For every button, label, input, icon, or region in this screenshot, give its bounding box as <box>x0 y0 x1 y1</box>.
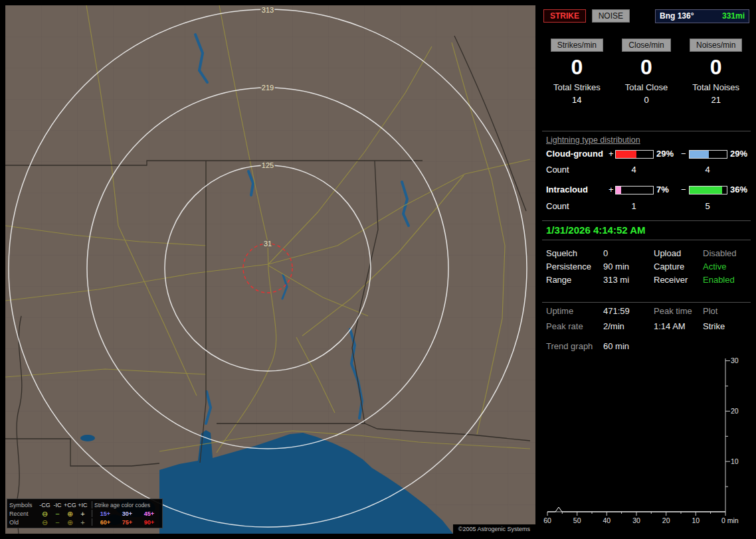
svg-text:10: 10 <box>692 516 700 524</box>
peak-rate-label: Peak rate <box>546 321 583 331</box>
total-noises-label: Total Noises <box>681 82 751 92</box>
copyright: ©2005 Astrogenic Systems <box>453 524 535 534</box>
plus-sign: + <box>609 149 614 159</box>
ic-negative-count: 5 <box>689 201 726 211</box>
cg-positive-bar <box>615 150 654 159</box>
range-value: 313 mi <box>603 275 629 285</box>
recent-pos-ic-icon: + <box>76 510 89 518</box>
recent-neg-ic-icon: − <box>51 510 64 518</box>
legend-symbols-header: Symbols <box>9 502 39 508</box>
cloud-ground-row: Cloud-ground + 29% − 29% <box>542 149 751 160</box>
close-column: Close/min 0 Total Close 0 <box>612 38 682 105</box>
age-90: 90+ <box>138 519 160 526</box>
trend-graph-label: Trend graph <box>546 341 593 351</box>
settings-row-3: Range 313 mi Receiver Enabled <box>542 275 751 286</box>
trend-graph-canvas: 30 20 10 60 50 40 30 20 10 0 min <box>542 350 751 534</box>
ic-negative-pct: 36% <box>730 185 747 194</box>
ic-count-row: Count 1 5 <box>542 201 751 212</box>
plus-sign: + <box>609 185 614 194</box>
trend-graph-value: 60 min <box>603 341 629 351</box>
cg-negative-bar <box>689 150 727 159</box>
svg-text:30: 30 <box>731 356 739 364</box>
svg-text:20: 20 <box>662 516 670 524</box>
receiver-status: Enabled <box>703 275 735 285</box>
legend-age-header: Strike age color codes <box>94 502 160 508</box>
total-close-value: 0 <box>612 95 682 105</box>
legend-col-neg-ic: -IC <box>51 502 64 508</box>
squelch-value: 0 <box>603 248 608 258</box>
divider <box>542 131 751 131</box>
strike-mode-button[interactable]: STRIKE <box>543 9 586 23</box>
settings-row-1: Squelch 0 Upload Disabled <box>542 248 751 260</box>
age-60: 60+ <box>94 519 116 526</box>
map-legend: Symbols -CG -IC +CG +IC Strike age color… <box>7 499 163 528</box>
ic-negative-bar <box>689 186 727 194</box>
strikes-column: Strikes/min 0 Total Strikes 14 <box>542 38 612 105</box>
old-neg-ic-icon: − <box>51 518 64 526</box>
intracloud-row: Intracloud + 7% − 36% <box>542 185 751 196</box>
noises-rate: 0 <box>681 56 751 78</box>
old-neg-cg-icon: ⊖ <box>39 518 51 526</box>
capture-status: Active <box>703 262 726 271</box>
status-row-2: Peak rate 2/min 1:14 AM Strike <box>542 321 751 333</box>
uptime-label: Uptime <box>546 306 573 316</box>
plot-label: Plot <box>703 306 717 316</box>
legend-divider <box>92 501 92 508</box>
trend-axes <box>547 358 730 516</box>
cloud-ground-label: Cloud-ground <box>546 149 603 159</box>
count-label: Count <box>546 165 569 175</box>
cg-positive-fill <box>616 151 636 158</box>
ic-positive-count: 1 <box>615 201 652 211</box>
cg-count-row: Count 4 4 <box>542 165 751 176</box>
datetime-display: 1/31/2026 4:14:52 AM <box>542 220 751 240</box>
legend-col-pos-ic: +IC <box>76 502 89 508</box>
svg-text:20: 20 <box>731 407 739 415</box>
old-pos-ic-icon: + <box>76 518 89 526</box>
upload-status: Disabled <box>703 248 737 258</box>
lightning-map[interactable]: 313 219 125 31 Symbols -CG -IC +CG +IC S… <box>5 5 535 534</box>
range-label: Range <box>546 275 571 285</box>
peak-rate-value: 2/min <box>603 321 624 331</box>
minus-sign: − <box>681 185 686 194</box>
svg-text:10: 10 <box>731 457 739 465</box>
close-per-min-button[interactable]: Close/min <box>622 38 670 52</box>
uptime-value: 471:59 <box>603 306 630 316</box>
capture-label: Capture <box>654 262 684 271</box>
map-canvas: 313 219 125 31 <box>5 5 535 534</box>
age-75: 75+ <box>116 519 138 526</box>
ring-label-125: 125 <box>262 161 274 169</box>
ring-label-219: 219 <box>262 84 274 92</box>
receiver-label: Receiver <box>654 275 688 285</box>
ic-positive-fill <box>616 187 621 194</box>
trend-graph: 30 20 10 60 50 40 30 20 10 0 min <box>542 350 751 534</box>
cg-negative-count: 4 <box>689 165 726 175</box>
legend-col-neg-cg: -CG <box>39 502 51 508</box>
svg-text:30: 30 <box>632 516 640 524</box>
legend-recent-label: Recent <box>9 510 39 517</box>
total-strikes-value: 14 <box>542 95 612 105</box>
trend-line <box>547 507 725 512</box>
legend-col-pos-cg: +CG <box>64 502 76 508</box>
plot-value: Strike <box>703 321 725 331</box>
svg-text:40: 40 <box>603 516 611 524</box>
strikes-rate: 0 <box>542 56 612 78</box>
noise-mode-button[interactable]: NOISE <box>592 9 630 23</box>
ring-label-31: 31 <box>264 240 272 248</box>
status-row-1: Uptime 471:59 Peak time Plot <box>542 306 751 317</box>
peak-time-label: Peak time <box>654 306 692 316</box>
ic-negative-fill <box>690 187 722 194</box>
bearing-readout: Bng 136° 331mi <box>655 9 749 23</box>
total-close-label: Total Close <box>612 82 682 92</box>
noises-column: Noises/min 0 Total Noises 21 <box>681 38 751 105</box>
persistence-label: Persistence <box>546 262 591 271</box>
strikes-per-min-button[interactable]: Strikes/min <box>551 38 603 52</box>
mode-row: STRIKE NOISE Bng 136° 331mi <box>543 9 749 23</box>
app-window: 313 219 125 31 Symbols -CG -IC +CG +IC S… <box>0 0 756 539</box>
legend-old-label: Old <box>9 519 39 526</box>
total-strikes-label: Total Strikes <box>542 82 612 92</box>
noises-per-min-button[interactable]: Noises/min <box>690 38 742 52</box>
legend-divider <box>92 518 92 526</box>
ring-label-313: 313 <box>262 6 274 14</box>
cg-negative-pct: 29% <box>730 149 747 159</box>
settings-row-2: Persistence 90 min Capture Active <box>542 262 751 273</box>
